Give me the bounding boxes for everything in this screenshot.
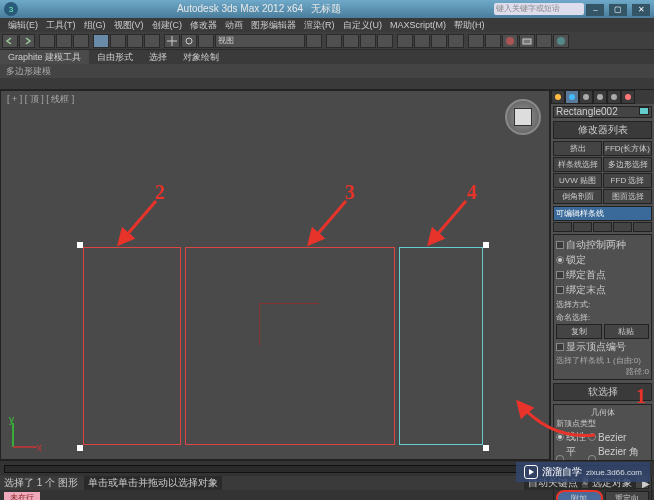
named-sel-button[interactable] [397,34,413,48]
mod-btn-poly-sel[interactable]: 多边形选择 [603,157,652,172]
unlink-button[interactable] [56,34,72,48]
menu-help[interactable]: 帮助(H) [450,18,489,32]
window-title: Autodesk 3ds Max 2012 x64 无标题 [24,2,494,16]
bind-button[interactable] [73,34,89,48]
tab-display-icon[interactable] [607,90,621,104]
mod-btn-uvw[interactable]: UVW 贴图 [553,173,602,188]
material-button[interactable] [502,34,518,48]
menu-group[interactable]: 组(G) [80,18,110,32]
stack-pin-button[interactable] [553,222,572,232]
viewport-top[interactable]: [ + ] [ 顶 ] [ 线框 ] y x 2 3 4 [0,90,550,460]
menu-bar: 编辑(E) 工具(T) 组(G) 视图(V) 创建(C) 修改器 动画 图形编辑… [0,18,654,32]
ribbon-tab-graphite[interactable]: Graphite 建模工具 [0,50,89,64]
script-listener-tag[interactable]: 未在行 [4,492,40,501]
selection-handle[interactable] [77,445,83,451]
angle-snap-button[interactable] [343,34,359,48]
scale-button[interactable] [198,34,214,48]
curve-editor-button[interactable] [468,34,484,48]
btn-reorient[interactable]: 重定向 [605,491,650,500]
align-button[interactable] [431,34,447,48]
selection-handle[interactable] [483,445,489,451]
btn-copy[interactable]: 复制 [556,324,602,339]
link-button[interactable] [39,34,55,48]
btn-attach[interactable]: 附加 [556,490,603,500]
tab-modify-icon[interactable] [565,90,579,104]
rotate-button[interactable] [181,34,197,48]
menu-tools[interactable]: 工具(T) [42,18,80,32]
rollout-selection: 自动控制两种 锁定 绑定首点 绑定末点 选择方式: 命名选择: 复制 粘贴 显示… [553,234,652,380]
stack-unique-button[interactable] [593,222,612,232]
ribbon-tab-select[interactable]: 选择 [141,50,175,64]
prompt-text: 单击或单击并拖动以选择对象 [84,476,222,490]
close-button[interactable]: ✕ [632,4,650,16]
mod-btn-spline-sel[interactable]: 样条线选择 [553,157,602,172]
mod-btn-surface-sel[interactable]: 图面选择 [603,189,652,204]
tab-create-icon[interactable] [551,90,565,104]
stack-item-editable-spline[interactable]: 可编辑样条线 [554,207,651,220]
btn-paste[interactable]: 粘贴 [604,324,650,339]
object-name-field[interactable]: Rectangle002 [553,106,652,118]
chk-show-vertnum[interactable] [556,343,564,351]
undo-button[interactable] [2,34,18,48]
ribbon-tab-freeform[interactable]: 自由形式 [89,50,141,64]
title-bar: 3 Autodesk 3ds Max 2012 x64 无标题 键入关键字或短语… [0,0,654,18]
schematic-button[interactable] [485,34,501,48]
chk-bind-last[interactable] [556,286,564,294]
label: 自动控制两种 [566,238,626,252]
stack-show-button[interactable] [573,222,592,232]
select-region-button[interactable] [127,34,143,48]
selection-handle[interactable] [483,242,489,248]
viewcube[interactable] [505,99,541,135]
menu-graph[interactable]: 图形编辑器 [247,18,300,32]
mod-btn-extrude[interactable]: 挤出 [553,141,602,156]
modifier-stack[interactable]: 可编辑样条线 [553,206,652,221]
ref-coord-dropdown[interactable]: 视图 [215,34,305,48]
minimize-button[interactable]: – [586,4,604,16]
pivot-button[interactable] [306,34,322,48]
render-button[interactable] [553,34,569,48]
tab-utilities-icon[interactable] [621,90,635,104]
viewport-label[interactable]: [ + ] [ 顶 ] [ 线框 ] [7,93,74,106]
chk-bind-first[interactable] [556,271,564,279]
tab-hierarchy-icon[interactable] [579,90,593,104]
select-button[interactable] [93,34,109,48]
tab-motion-icon[interactable] [593,90,607,104]
viewcube-face-icon[interactable] [514,108,532,126]
menu-animation[interactable]: 动画 [221,18,247,32]
percent-snap-button[interactable] [360,34,376,48]
shape-rectangle-4[interactable] [399,247,483,445]
filter-button[interactable] [144,34,160,48]
mod-btn-ffd-sel[interactable]: FFD 选择 [603,173,652,188]
shape-rectangle-2[interactable] [83,247,181,445]
ribbon-tab-paint[interactable]: 对象绘制 [175,50,227,64]
ribbon-collapse-bar[interactable] [0,78,654,90]
move-button[interactable] [164,34,180,48]
redo-button[interactable] [19,34,35,48]
layers-button[interactable] [448,34,464,48]
stack-remove-button[interactable] [613,222,632,232]
snap-button[interactable] [326,34,342,48]
menu-modifiers[interactable]: 修改器 [186,18,221,32]
maximize-button[interactable]: ▢ [609,4,627,16]
menu-maxscript[interactable]: MAXScript(M) [386,18,450,32]
menu-view[interactable]: 视图(V) [110,18,148,32]
help-search-input[interactable]: 键入关键字或短语 [494,3,584,15]
main-toolbar: 视图 [0,32,654,50]
mirror-button[interactable] [414,34,430,48]
menu-render[interactable]: 渲染(R) [300,18,339,32]
mod-btn-bevel[interactable]: 倒角剖面 [553,189,602,204]
chk-auto[interactable] [556,241,564,249]
modifier-list-dropdown[interactable]: 修改器列表 [553,121,652,139]
mod-btn-ffd[interactable]: FFD(长方体) [603,141,652,156]
stack-config-button[interactable] [633,222,652,232]
shape-rectangle-3[interactable] [185,247,395,445]
radio-lock[interactable] [556,256,564,264]
menu-create[interactable]: 创建(C) [148,18,187,32]
render-frame-button[interactable] [536,34,552,48]
render-setup-button[interactable] [519,34,535,48]
menu-customize[interactable]: 自定义(U) [339,18,387,32]
menu-edit[interactable]: 编辑(E) [4,18,42,32]
select-name-button[interactable] [110,34,126,48]
spinner-snap-button[interactable] [377,34,393,48]
app-logo-icon[interactable]: 3 [4,2,18,16]
